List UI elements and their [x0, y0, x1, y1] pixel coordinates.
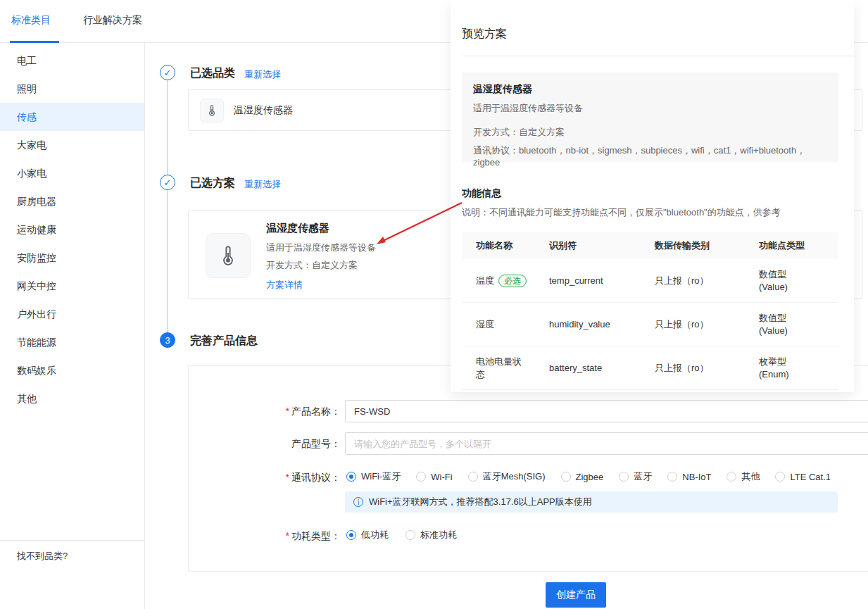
- function-name-cell: 温度 必选: [462, 275, 535, 287]
- sidebar-item-energy[interactable]: 节能能源: [0, 328, 144, 356]
- protocol-label: *通讯协议：: [235, 472, 341, 484]
- preview-divider: [462, 56, 854, 56]
- protocol-hint-text: WiFi+蓝牙联网方式，推荐搭配3.17.6以上APP版本使用: [369, 496, 592, 508]
- power-option-low[interactable]: 低功耗: [346, 529, 389, 541]
- create-product-page: 标准类目 行业解决方案 电工 照明 传感 大家电 小家电 厨房电器 运动健康 安…: [0, 0, 868, 609]
- function-name-cell: 湿度: [462, 318, 535, 331]
- function-transfer: 只上报（ro）: [641, 275, 745, 287]
- selected-category-name: 温湿度传感器: [234, 104, 293, 117]
- thermometer-icon: [200, 99, 224, 123]
- radio-icon[interactable]: [405, 530, 415, 540]
- sidebar-item-small-appliance[interactable]: 小家电: [0, 159, 144, 187]
- step1-title: 已选品类: [190, 66, 235, 81]
- create-product-button[interactable]: 创建产品: [546, 582, 606, 608]
- sidebar-divider: [0, 540, 144, 541]
- power-radio-group: 低功耗 标准功耗: [346, 529, 457, 541]
- required-badge: 必选: [498, 275, 527, 287]
- product-name-input[interactable]: [345, 400, 868, 422]
- function-info-note: 说明：不同通讯能力可能支持功能点不同，仅展示"bluetooth"的功能点，供参…: [462, 206, 781, 219]
- category-list: 电工 照明 传感 大家电 小家电 厨房电器 运动健康 安防监控 网关中控 户外出…: [0, 43, 144, 413]
- radio-selected-icon[interactable]: [346, 530, 356, 540]
- cannot-find-category-link[interactable]: 找不到品类?: [17, 550, 68, 563]
- preview-dev-mode: 开发方式：自定义方案: [473, 126, 826, 139]
- function-code: temp_current: [535, 275, 641, 286]
- sidebar-item-gateway[interactable]: 网关中控: [0, 272, 144, 300]
- function-code: humidity_value: [535, 319, 641, 329]
- protocol-option-btmesh[interactable]: 蓝牙Mesh(SIG): [468, 470, 546, 483]
- function-code: battery_state: [535, 363, 641, 373]
- thermometer-icon: [206, 233, 251, 278]
- preview-title: 预览方案: [462, 27, 507, 42]
- function-info-title: 功能信息: [462, 187, 501, 200]
- plan-detail-link[interactable]: 方案详情: [266, 279, 303, 291]
- plan-info: 温湿度传感器 适用于温湿度传感器等设备 开发方式：自定义方案 方案详情: [266, 222, 376, 291]
- step2-title: 已选方案: [190, 176, 235, 191]
- preview-plan-name: 温湿度传感器: [473, 83, 826, 96]
- function-type: 数值型 (Value): [745, 312, 838, 337]
- step3-number-badge: 3: [160, 332, 175, 348]
- radio-icon[interactable]: [416, 472, 426, 482]
- step2-check-icon: ✓: [160, 175, 175, 190]
- protocol-option-wifi-bt[interactable]: WiFi-蓝牙: [346, 470, 401, 483]
- step2-reselect-link[interactable]: 重新选择: [244, 178, 281, 191]
- plan-dev-mode: 开发方式：自定义方案: [266, 259, 376, 272]
- radio-icon[interactable]: [775, 472, 785, 482]
- sidebar-item-electrical[interactable]: 电工: [0, 46, 144, 75]
- sidebar-item-security[interactable]: 安防监控: [0, 244, 144, 272]
- required-asterisk: *: [286, 530, 289, 541]
- plan-description: 适用于温湿度传感器等设备: [266, 241, 376, 254]
- function-name-cell: 电池电量状态: [462, 356, 535, 381]
- protocol-option-ltecat1[interactable]: LTE Cat.1: [775, 472, 831, 482]
- table-row: 温度 必选 temp_current 只上报（ro） 数值型 (Value): [462, 259, 838, 303]
- preview-summary-box: 温湿度传感器 适用于温湿度传感器等设备 开发方式：自定义方案 通讯协议：blue…: [462, 73, 838, 162]
- protocol-option-nbiot[interactable]: NB-IoT: [667, 472, 711, 482]
- info-icon: i: [353, 497, 363, 507]
- sidebar-item-lighting[interactable]: 照明: [0, 75, 144, 103]
- sidebar-item-large-appliance[interactable]: 大家电: [0, 131, 144, 159]
- step-connector-line: [167, 73, 168, 340]
- protocol-hint-banner: i WiFi+蓝牙联网方式，推荐搭配3.17.6以上APP版本使用: [345, 491, 838, 513]
- category-sidebar: 电工 照明 传感 大家电 小家电 厨房电器 运动健康 安防监控 网关中控 户外出…: [0, 43, 145, 609]
- function-transfer: 只上报（ro）: [641, 362, 745, 375]
- protocol-radio-group: WiFi-蓝牙 Wi-Fi 蓝牙Mesh(SIG) Zigbee 蓝牙 NB-I…: [346, 470, 831, 483]
- plan-name: 温湿度传感器: [266, 222, 376, 235]
- preview-plan-description: 适用于温湿度传感器等设备: [473, 102, 826, 115]
- function-type: 数值型 (Value): [745, 268, 838, 294]
- sidebar-item-entertainment[interactable]: 数码娱乐: [0, 356, 144, 384]
- protocol-option-wifi[interactable]: Wi-Fi: [416, 472, 452, 482]
- sidebar-item-outdoor[interactable]: 户外出行: [0, 300, 144, 328]
- function-transfer: 只上报（ro）: [641, 318, 745, 331]
- power-type-label: *功耗类型：: [235, 530, 341, 543]
- radio-icon[interactable]: [727, 472, 736, 482]
- function-type: 枚举型 (Enum): [745, 356, 838, 381]
- tab-industry-solution[interactable]: 行业解决方案: [83, 14, 142, 27]
- step1-check-icon: ✓: [160, 65, 175, 80]
- radio-icon[interactable]: [667, 472, 677, 482]
- plan-preview-panel: 预览方案 温湿度传感器 适用于温湿度传感器等设备 开发方式：自定义方案 通讯协议…: [451, 0, 854, 392]
- sidebar-item-others[interactable]: 其他: [0, 384, 144, 413]
- function-table-header: 功能名称 识别符 数据传输类别 功能点类型: [462, 232, 838, 259]
- step3-title: 完善产品信息: [190, 334, 258, 349]
- product-name-label: *产品名称：: [235, 406, 341, 418]
- product-model-input[interactable]: [345, 432, 868, 455]
- step1-reselect-link[interactable]: 重新选择: [244, 68, 281, 81]
- radio-icon[interactable]: [561, 472, 571, 482]
- radio-icon[interactable]: [468, 472, 478, 482]
- protocol-option-other[interactable]: 其他: [727, 470, 760, 483]
- tab-standard-category[interactable]: 标准类目: [11, 14, 51, 27]
- sidebar-item-sport-health[interactable]: 运动健康: [0, 215, 144, 244]
- product-model-label: 产品型号：: [235, 438, 341, 451]
- function-table: 功能名称 识别符 数据传输类别 功能点类型 温度 必选 temp_current…: [462, 232, 838, 390]
- protocol-option-bluetooth[interactable]: 蓝牙: [619, 470, 652, 483]
- required-asterisk: *: [286, 472, 289, 483]
- table-row: 湿度 humidity_value 只上报（ro） 数值型 (Value): [462, 303, 838, 346]
- sidebar-item-sensor[interactable]: 传感: [0, 103, 144, 131]
- sidebar-item-kitchen-appliance[interactable]: 厨房电器: [0, 187, 144, 215]
- required-asterisk: *: [286, 406, 289, 417]
- protocol-option-zigbee[interactable]: Zigbee: [561, 472, 604, 482]
- radio-selected-icon[interactable]: [346, 472, 356, 482]
- radio-icon[interactable]: [619, 472, 629, 482]
- table-row: 电池电量状态 battery_state 只上报（ro） 枚举型 (Enum): [462, 346, 838, 390]
- preview-protocols: 通讯协议：bluetooth，nb-iot，sigmesh，subpieces，…: [473, 144, 826, 168]
- power-option-standard[interactable]: 标准功耗: [405, 529, 457, 541]
